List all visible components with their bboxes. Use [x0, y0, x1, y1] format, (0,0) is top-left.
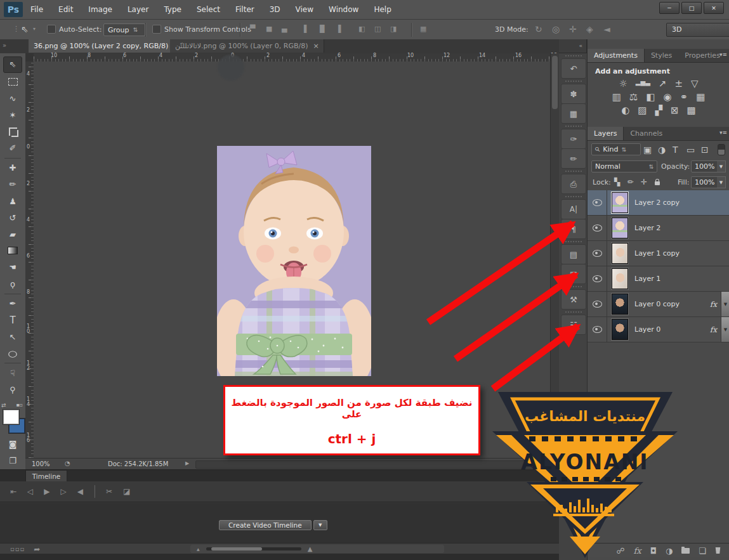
menu-layer[interactable]: Layer [120, 0, 156, 19]
tool-preset-caret-icon[interactable]: ▾ [33, 26, 36, 32]
create-video-timeline-button[interactable]: Create Video Timeline [219, 520, 312, 530]
menu-image[interactable]: Image [81, 0, 120, 19]
transition-button[interactable]: ◪ [123, 488, 130, 495]
exposure-icon[interactable]: ± [674, 79, 683, 89]
visibility-toggle[interactable] [588, 292, 607, 316]
blend-mode-dropdown[interactable]: Normal ⇅ [591, 160, 657, 173]
foreground-color-swatch[interactable] [3, 410, 19, 424]
slider-thumb[interactable] [211, 547, 262, 550]
zoom-level[interactable]: 100% [32, 460, 50, 467]
tab-timeline[interactable]: Timeline [25, 470, 67, 482]
dodge-tool[interactable]: ϙ [4, 277, 22, 292]
layer-row-layer-0[interactable]: Layer 0 fx ▼ [588, 317, 729, 342]
auto-align-icon[interactable]: ▦ [420, 25, 426, 32]
eyedropper-tool[interactable]: ✐ [4, 141, 22, 156]
align-middle-icon[interactable]: ■ [266, 25, 272, 32]
layer-fx-badge[interactable]: fx [710, 325, 717, 334]
lock-all-icon[interactable] [655, 181, 660, 185]
brush-tool[interactable]: ✏ [4, 177, 22, 192]
levels-icon[interactable]: ▂▅▃ [636, 79, 650, 89]
layer-name[interactable]: Layer 1 copy [634, 249, 729, 257]
zoom-out-icon[interactable]: ▲ [197, 547, 200, 551]
distribute-center-icon[interactable]: ◫ [374, 25, 381, 32]
tab-close-icon[interactable]: × [313, 42, 319, 50]
align-top-icon[interactable]: ▀ [250, 25, 255, 32]
ruler-origin[interactable] [25, 53, 34, 62]
export-video-icon[interactable]: ➦ [34, 545, 40, 554]
3d-roll-icon[interactable]: ◎ [552, 25, 560, 34]
opacity-caret-icon[interactable]: ▼ [717, 160, 726, 173]
maximize-button[interactable]: □ [681, 2, 702, 14]
3d-camera-icon[interactable]: ◄ [603, 25, 610, 34]
paragraph-styles-panel-icon[interactable]: ▤ [561, 244, 586, 264]
next-frame-button[interactable]: ▷ [61, 488, 67, 495]
layer-row-layer-2[interactable]: Layer 2 [588, 216, 729, 241]
layer-name[interactable]: Layer 0 copy [634, 300, 710, 308]
lasso-tool[interactable]: ∿ [4, 91, 22, 106]
channel-mixer-icon[interactable]: ⚭ [680, 93, 688, 102]
visibility-toggle[interactable] [588, 266, 607, 291]
layer-row-layer-0-copy[interactable]: Layer 0 copy fx ▼ [588, 292, 729, 317]
zoom-tool[interactable]: ⚲ [4, 382, 22, 398]
delete-layer-icon[interactable] [715, 547, 721, 554]
pen-tool[interactable]: ✒ [4, 296, 22, 311]
scrollbar-thumb[interactable] [552, 56, 558, 109]
vibrance-icon[interactable]: ▽ [691, 79, 699, 89]
character-styles-panel-icon[interactable]: ▥ [561, 264, 586, 284]
tool-presets-panel-icon[interactable]: ⚒ [561, 289, 586, 309]
lock-position-icon[interactable]: ✛ [641, 178, 647, 186]
measurement-panel-icon[interactable]: ☷ [561, 315, 586, 335]
play-button[interactable]: ▶ [44, 488, 49, 495]
link-layers-icon[interactable]: ☍ [616, 547, 624, 555]
align-bottom-icon[interactable]: ▄ [282, 25, 287, 32]
menu-filter[interactable]: Filter [228, 0, 262, 19]
workspace-switcher[interactable]: 3D [666, 23, 729, 37]
color-lookup-icon[interactable]: ▦ [696, 93, 705, 102]
dock-collapse-header[interactable]: « [559, 39, 587, 53]
rect-marquee-tool[interactable] [4, 74, 22, 89]
gradient-tool[interactable] [4, 243, 22, 258]
menu-help[interactable]: Help [366, 0, 398, 19]
align-right-icon[interactable]: ▐ [336, 25, 341, 32]
distribute-top-icon[interactable]: ◧ [358, 25, 365, 32]
invert-icon[interactable]: ◐ [621, 106, 629, 115]
new-group-icon[interactable] [681, 548, 690, 554]
document-tab-2[interactable]: لاتالاتللتّن.png @ 100% (Layer 0, RGB/8)… [170, 39, 324, 53]
path-select-tool[interactable]: ↖ [4, 329, 22, 344]
hand-tool[interactable]: ☟ [4, 365, 22, 381]
toolbar-collapse-icon[interactable]: » [3, 42, 6, 49]
visibility-toggle[interactable] [588, 190, 607, 215]
lock-transparency-icon[interactable]: ▚ [614, 178, 620, 186]
default-colors-icon[interactable]: ▪▫ [16, 402, 23, 408]
panel-menu-icon[interactable]: ▾≡ [719, 51, 727, 58]
slider-track[interactable] [206, 547, 301, 550]
color-panel-icon[interactable]: ✽ [561, 84, 586, 104]
show-transform-checkbox[interactable] [152, 25, 161, 34]
paragraph-panel-icon[interactable]: ¶ [561, 219, 586, 239]
layer-thumbnail[interactable] [612, 243, 628, 264]
magic-wand-tool[interactable]: ✶ [4, 107, 22, 122]
layer-thumbnail[interactable] [612, 218, 628, 238]
frames-icon[interactable]: ▫▫▫ [10, 545, 25, 552]
move-tool[interactable]: ⇖ [3, 56, 22, 73]
gradient-map-icon[interactable]: ▩ [687, 106, 696, 115]
filter-pixel-layers-icon[interactable]: ▣ [643, 145, 652, 154]
fx-expand-strip[interactable]: ▼ [721, 292, 729, 316]
filter-type-layers-icon[interactable]: T [673, 145, 678, 154]
curves-icon[interactable]: ↗ [659, 79, 667, 89]
layer-name[interactable]: Layer 2 [634, 224, 729, 232]
menu-view[interactable]: View [288, 0, 321, 19]
zoom-in-icon[interactable]: ▲ [308, 545, 313, 552]
mute-button[interactable]: ◀ [77, 488, 83, 495]
color-balance-icon[interactable]: ⚖ [629, 93, 638, 102]
selective-color-icon[interactable]: ⊠ [671, 106, 679, 115]
ellipse-tool[interactable]: ○ [4, 346, 22, 361]
close-button[interactable]: ✕ [704, 2, 724, 14]
swatches-panel-icon[interactable]: ▦ [561, 103, 586, 124]
panel-menu-icon[interactable]: ▾≡ [719, 129, 727, 136]
filter-smart-objects-icon[interactable]: ⊡ [701, 145, 709, 154]
status-expand-icon[interactable]: ▶ [185, 460, 189, 466]
menu-type[interactable]: Type [156, 0, 189, 19]
tab-layers[interactable]: Layers [588, 127, 624, 140]
black-white-icon[interactable]: ◧ [646, 93, 655, 102]
